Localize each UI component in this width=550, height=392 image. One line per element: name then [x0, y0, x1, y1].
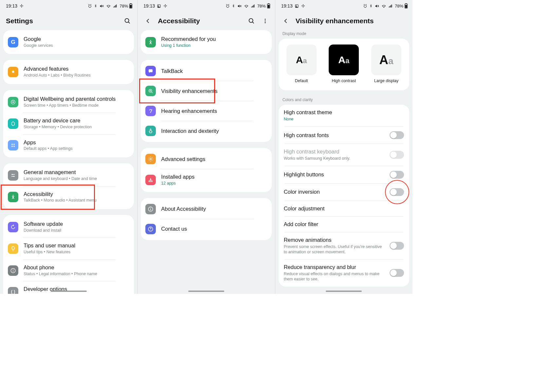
update-icon	[8, 222, 18, 232]
status-icons: 78%	[363, 3, 408, 9]
item-title: Software update	[24, 221, 129, 227]
list-item[interactable]: About Accessibility	[141, 199, 271, 219]
setting-row[interactable]: Add color filter	[279, 217, 409, 232]
svg-point-47	[265, 19, 266, 20]
list-item[interactable]: General managementLanguage and keyboard …	[3, 165, 134, 186]
status-icons: 78%	[88, 3, 133, 9]
list-item[interactable]: Recommended for youUsing 1 function	[141, 31, 271, 53]
svg-rect-12	[130, 3, 131, 4]
list-item[interactable]: Interaction and dexterity	[141, 121, 271, 141]
list-item[interactable]: TalkBack	[141, 61, 271, 81]
item-subtitle: Screen time • App timers • Bedtime mode	[24, 103, 129, 108]
list-item[interactable]: Visibility enhancements	[141, 81, 271, 101]
item-subtitle: Status • Legal information • Phone name	[24, 272, 129, 277]
list-item[interactable]: Contact us	[141, 219, 271, 239]
svg-point-32	[165, 4, 166, 5]
svg-point-31	[158, 5, 159, 6]
care-icon	[8, 118, 18, 129]
item-title: Apps	[24, 139, 129, 146]
list-item[interactable]: Developer optionsDeveloper options	[3, 281, 134, 294]
info-icon	[145, 204, 156, 214]
setting-row[interactable]: Color adjustment	[279, 201, 409, 216]
svg-point-45	[249, 19, 253, 23]
home-indicator[interactable]	[326, 291, 362, 292]
svg-point-69	[303, 7, 303, 7]
page-title: Visibility enhancements	[296, 17, 407, 25]
search-icon[interactable]	[247, 16, 256, 26]
item-subtitle: Android Auto • Labs • Bixby Routines	[24, 73, 129, 78]
item-subtitle: Useful tips • New features	[24, 250, 129, 255]
setting-title: Add color filter	[284, 221, 404, 227]
setting-row[interactable]: High contrast fonts	[279, 127, 409, 144]
svg-point-70	[303, 6, 303, 6]
list-item[interactable]: About phoneStatus • Legal information • …	[3, 260, 134, 281]
search-icon[interactable]	[123, 16, 132, 26]
list-item[interactable]: AppsDefault apps • App settings	[3, 135, 134, 156]
svg-point-49	[265, 22, 266, 23]
item-title: About Accessibility	[161, 206, 267, 212]
item-title: Hearing enhancements	[161, 108, 267, 115]
star-icon	[8, 67, 18, 77]
item-subtitle: Using 1 function	[161, 43, 267, 48]
list-item[interactable]: Advanced settings	[141, 149, 271, 169]
setting-row[interactable]: Reduce transparency and blurReduce visua…	[279, 259, 409, 287]
setting-subtitle: None	[284, 116, 404, 122]
statusbar: 19:13 78%	[138, 0, 275, 10]
setting-title: Color inversion	[284, 189, 386, 195]
a11y-icon	[8, 192, 18, 202]
svg-point-5	[89, 5, 91, 8]
item-subtitle: Download and install	[24, 228, 129, 233]
back-icon[interactable]	[281, 16, 290, 26]
display-mode-option[interactable]: AaDefault	[286, 45, 317, 83]
list-item[interactable]: Battery and device careStorage • Memory …	[3, 113, 134, 134]
setting-title: Color adjustment	[284, 205, 404, 212]
list-item[interactable]: Tips and user manualUseful tips • New fe…	[3, 238, 134, 259]
svg-point-67	[302, 6, 302, 6]
list-item[interactable]: AccessibilityTalkBack • Mono audio • Ass…	[3, 187, 134, 208]
svg-point-36	[165, 6, 166, 6]
screen-settings: 19:13 78% Settings GGoogleGoogle service…	[0, 0, 137, 294]
display-mode-option[interactable]: AaHigh contrast	[329, 45, 359, 83]
svg-point-65	[296, 5, 296, 6]
item-title: Advanced features	[24, 66, 129, 72]
chat-icon	[145, 66, 156, 76]
svg-rect-11	[130, 5, 132, 8]
item-title: Accessibility	[24, 191, 129, 198]
home-indicator[interactable]	[188, 291, 224, 292]
item-title: General management	[24, 169, 129, 176]
back-icon[interactable]	[143, 16, 153, 26]
setting-title: High contrast fonts	[284, 132, 386, 138]
toggle[interactable]	[390, 171, 404, 179]
item-title: Recommended for you	[161, 36, 267, 43]
toggle[interactable]	[390, 131, 404, 139]
more-icon[interactable]	[261, 16, 270, 26]
display-mode-option[interactable]: AaLarge display	[371, 45, 401, 83]
setting-row[interactable]: Remove animationsPrevent some screen eff…	[279, 232, 409, 259]
list-item[interactable]: Software updateDownload and install	[3, 216, 134, 238]
item-title: Interaction and dexterity	[161, 128, 267, 134]
setting-row[interactable]: Highlight buttons	[279, 166, 409, 183]
svg-point-48	[265, 21, 266, 22]
list-item[interactable]: GGoogleGoogle services	[3, 31, 134, 53]
list-item[interactable]: Digital Wellbeing and parental controlsS…	[3, 91, 134, 113]
home-indicator[interactable]	[51, 291, 87, 292]
toggle[interactable]	[390, 188, 404, 196]
svg-point-33	[164, 6, 165, 6]
item-subtitle: Storage • Memory • Device protection	[24, 125, 129, 130]
toggle[interactable]	[390, 242, 404, 250]
list-item[interactable]: +Hearing enhancements	[141, 101, 271, 121]
ear-icon: +	[145, 106, 156, 116]
svg-point-50	[150, 40, 151, 41]
list-item[interactable]: Installed apps12 apps	[141, 169, 271, 190]
toggle[interactable]	[390, 269, 404, 277]
item-title: Tips and user manual	[24, 242, 129, 249]
setting-row[interactable]: High contrast themeNone	[279, 105, 409, 126]
setting-row[interactable]: High contrast keyboardWorks with Samsung…	[279, 144, 409, 166]
setting-row[interactable]: Color inversion	[279, 184, 409, 201]
svg-point-18	[13, 144, 15, 145]
setting-title: Reduce transparency and blur	[284, 264, 386, 270]
clock: 19:13	[6, 3, 17, 9]
svg-text:+: +	[152, 109, 153, 111]
list-item[interactable]: Advanced featuresAndroid Auto • Labs • B…	[3, 61, 134, 82]
wellbeing-icon	[8, 97, 18, 107]
